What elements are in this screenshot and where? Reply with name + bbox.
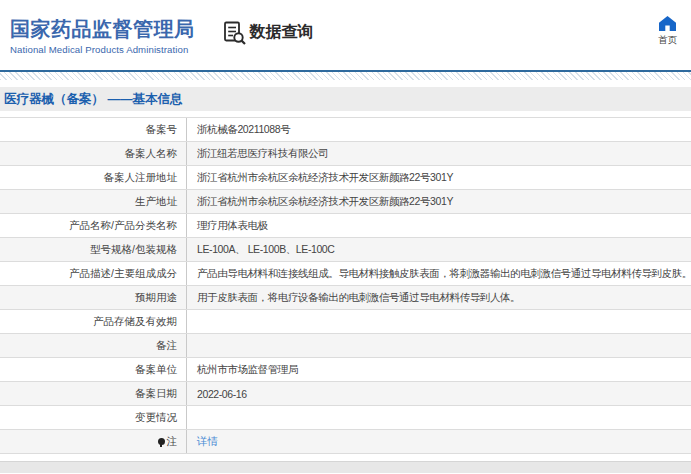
table-row: 注详情 bbox=[0, 430, 691, 454]
table-row: 备案人注册地址浙江省杭州市余杭区余杭经济技术开发区新颜路22号301Y bbox=[0, 166, 691, 190]
details-link[interactable]: 详情 bbox=[197, 435, 218, 447]
row-label-text: 预期用途 bbox=[135, 291, 177, 305]
home-label: 首页 bbox=[658, 34, 677, 47]
row-label-text: 备案号 bbox=[146, 123, 178, 137]
row-label: 备案人注册地址 bbox=[0, 166, 187, 189]
row-label: 产品描述/主要组成成分 bbox=[0, 262, 187, 285]
home-button[interactable]: 首页 bbox=[658, 16, 677, 47]
table-row: 预期用途用于皮肤表面，将电疗设备输出的电刺激信号通过导电材料传导到人体。 bbox=[0, 286, 691, 310]
row-label: 变更情况 bbox=[0, 406, 187, 429]
row-label-text: 产品存储及有效期 bbox=[93, 315, 177, 329]
stripe-band bbox=[0, 72, 691, 80]
row-label-text: 备案日期 bbox=[135, 387, 177, 401]
row-label: 产品名称/产品分类名称 bbox=[0, 214, 187, 237]
row-label: 预期用途 bbox=[0, 286, 187, 309]
page-title: 医疗器械（备案） ——基本信息 bbox=[0, 91, 182, 108]
row-label-text: 备案人名称 bbox=[125, 147, 178, 161]
row-label-text: 产品名称/产品分类名称 bbox=[69, 219, 177, 233]
row-value: 产品由导电材料和连接线组成。导电材料接触皮肤表面，将刺激器输出的电刺激信号通过导… bbox=[187, 267, 691, 281]
nmpa-logo[interactable]: 国家药品监督管理局 National Medical Products Admi… bbox=[10, 16, 195, 55]
site-header: 国家药品监督管理局 National Medical Products Admi… bbox=[0, 0, 691, 70]
table-row: 备案日期2022-06-16 bbox=[0, 382, 691, 406]
logo-title: 国家药品监督管理局 bbox=[10, 16, 195, 42]
row-label: 产品存储及有效期 bbox=[0, 310, 187, 333]
row-label: 生产地址 bbox=[0, 190, 187, 213]
table-row: 生产地址浙江省杭州市余杭区余杭经济技术开发区新颜路22号301Y bbox=[0, 190, 691, 214]
row-value: 2022-06-16 bbox=[187, 388, 691, 400]
row-value: 理疗用体表电极 bbox=[187, 219, 691, 233]
data-query-label: 数据查询 bbox=[250, 22, 314, 43]
row-value: 浙江省杭州市余杭区余杭经济技术开发区新颜路22号301Y bbox=[187, 195, 691, 209]
row-label-text: 型号规格/包装规格 bbox=[90, 243, 177, 257]
row-value: 详情 bbox=[187, 435, 691, 449]
section-title-bar: 医疗器械（备案） ——基本信息 bbox=[0, 87, 691, 111]
note-icon bbox=[158, 438, 165, 445]
table-row: 备案人名称浙江纽若思医疗科技有限公司 bbox=[0, 142, 691, 166]
table-row: 备注 bbox=[0, 334, 691, 358]
row-label: 备案日期 bbox=[0, 382, 187, 405]
table-row: 备案号浙杭械备20211088号 bbox=[0, 118, 691, 142]
row-label: 备案人名称 bbox=[0, 142, 187, 165]
document-search-icon bbox=[223, 20, 247, 45]
row-label: 备案单位 bbox=[0, 358, 187, 381]
row-label: 注 bbox=[0, 430, 187, 453]
table-row: 变更情况 bbox=[0, 406, 691, 430]
row-value: 浙江纽若思医疗科技有限公司 bbox=[187, 147, 691, 161]
table-row: 备案单位杭州市市场监督管理局 bbox=[0, 358, 691, 382]
row-label-text: 变更情况 bbox=[135, 411, 177, 425]
footer-strip bbox=[0, 461, 691, 473]
row-label-text: 备注 bbox=[156, 339, 177, 353]
logo-subtitle: National Medical Products Administration bbox=[10, 44, 195, 55]
detail-table: 备案号浙杭械备20211088号备案人名称浙江纽若思医疗科技有限公司备案人注册地… bbox=[0, 117, 691, 454]
row-label-text: 备案单位 bbox=[135, 363, 177, 377]
row-label: 备案号 bbox=[0, 118, 187, 141]
table-row: 型号规格/包装规格LE-100A、 LE-100B、LE-100C bbox=[0, 238, 691, 262]
row-label-text: 注 bbox=[167, 435, 178, 449]
table-row: 产品存储及有效期 bbox=[0, 310, 691, 334]
table-row: 产品描述/主要组成成分产品由导电材料和连接线组成。导电材料接触皮肤表面，将刺激器… bbox=[0, 262, 691, 286]
row-label: 备注 bbox=[0, 334, 187, 357]
row-value: 浙杭械备20211088号 bbox=[187, 123, 691, 137]
home-icon bbox=[659, 16, 676, 31]
row-label-text: 备案人注册地址 bbox=[104, 171, 178, 185]
table-row: 产品名称/产品分类名称理疗用体表电极 bbox=[0, 214, 691, 238]
row-value: 杭州市市场监督管理局 bbox=[187, 363, 691, 377]
data-query-nav[interactable]: 数据查询 bbox=[223, 20, 314, 45]
row-label: 型号规格/包装规格 bbox=[0, 238, 187, 261]
row-value: LE-100A、 LE-100B、LE-100C bbox=[187, 243, 691, 257]
row-value: 用于皮肤表面，将电疗设备输出的电刺激信号通过导电材料传导到人体。 bbox=[187, 291, 691, 305]
row-value: 浙江省杭州市余杭区余杭经济技术开发区新颜路22号301Y bbox=[187, 171, 691, 185]
row-label-text: 生产地址 bbox=[135, 195, 177, 209]
row-label-text: 产品描述/主要组成成分 bbox=[69, 267, 177, 281]
